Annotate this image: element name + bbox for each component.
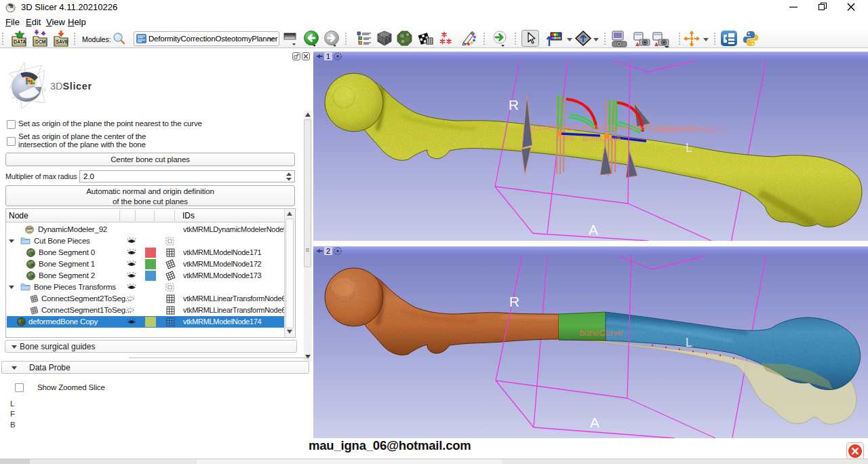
svg-text:R: R <box>509 294 519 309</box>
svg-text:2: 2 <box>693 123 697 130</box>
svg-text:boneCurve: boneCurve <box>580 328 623 338</box>
svg-text:1: 1 <box>326 52 330 60</box>
svg-text:DATA: DATA <box>14 39 26 44</box>
svg-text:DCM: DCM <box>35 39 46 44</box>
svg-text:2: 2 <box>326 247 330 255</box>
svg-text:SAVE: SAVE <box>56 39 68 44</box>
svg-text:A: A <box>589 222 598 237</box>
svg-text:L: L <box>686 336 692 349</box>
svg-text:A: A <box>590 414 599 430</box>
svg-text:boneCurve: boneCurve <box>583 134 620 142</box>
svg-text:L: L <box>686 141 692 155</box>
svg-text:3DSlicer: 3DSlicer <box>50 81 92 92</box>
svg-text:trans: trans <box>557 134 575 142</box>
svg-text:ndAlignmentPlane_1: ndAlignmentPlane_1 <box>652 125 724 134</box>
svg-text:R: R <box>509 97 519 113</box>
